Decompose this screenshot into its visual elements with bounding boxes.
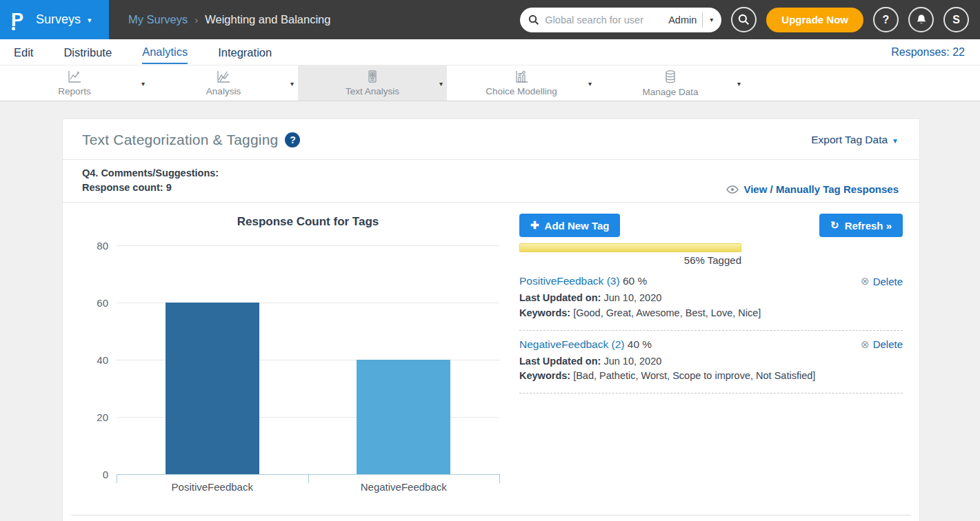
keywords-value: [Good, Great, Awesome, Best, Love, Nice] [573,307,761,318]
bar-chart: Response Count for Tags 020406080Positiv… [77,207,510,500]
survey-nav: Edit Distribute Analytics Integration Re… [0,39,980,65]
y-axis-tick-label: 60 [77,297,108,309]
text-analysis-icon [365,70,380,84]
updated-value: Jun 10, 2020 [603,292,661,303]
breadcrumb: My Surveys › Weighting and Balancing [128,13,330,26]
subnav-label: Text Analysis [346,86,399,96]
updated-label: Last Updated on: [519,292,601,303]
tagged-progress-fill [520,244,741,252]
chevron-down-icon: ▼ [892,137,899,145]
chevron-down-icon[interactable]: ▾ [737,79,741,87]
subnav-label: Reports [58,86,90,96]
text-tagging-card: Text Categorization & Tagging ? Export T… [62,119,920,521]
help-icon[interactable]: ? [285,132,300,147]
tag-row-negativefeedback: NegativeFeedback (2) 40 % Last Updated o… [519,338,903,394]
updated-value: Jun 10, 2020 [603,356,661,367]
upgrade-now-button[interactable]: Upgrade Now [766,8,863,32]
chevron-down-icon[interactable]: ▾ [141,79,145,87]
subnav-item-manage-data[interactable]: Manage Data ▾ [596,65,745,101]
tab-distribute[interactable]: Distribute [63,41,112,63]
refresh-icon: ↻ [830,219,839,232]
brand-logo-icon: P [11,8,29,32]
avatar[interactable]: S [943,7,969,32]
reports-chart-icon [67,70,82,84]
updated-label: Last Updated on: [519,356,601,367]
subnav-label: Manage Data [642,87,698,97]
keywords-label: Keywords: [519,370,570,381]
avatar-initial: S [952,14,960,26]
tag-percent: 40 % [628,338,652,350]
x-axis-label: PositiveFeedback [117,481,308,493]
responses-count[interactable]: Responses: 22 [891,46,965,59]
circle-x-icon: ⊗ [861,338,870,351]
add-new-tag-button[interactable]: ✚ Add New Tag [519,214,620,237]
analysis-chart-icon [216,70,231,84]
product-name: Surveys [36,12,81,27]
chevron-down-icon[interactable]: ▾ [439,79,443,87]
chevron-down-icon[interactable]: ▾ [88,16,92,25]
breadcrumb-current: Weighting and Balancing [205,13,330,26]
bar-positivefeedback[interactable] [166,303,259,474]
analytics-subnav: Reports ▾ Analysis ▾ Text Analysis ▾ Cho… [0,65,980,101]
tagged-percent-label: 56% Tagged [519,254,741,266]
topbar: P Surveys ▾ My Surveys › Weighting and B… [0,0,980,39]
chart-title: Response Count for Tags [117,215,499,229]
tag-name-link[interactable]: PositiveFeedback (3) [519,275,620,287]
export-tag-data-dropdown[interactable]: Export Tag Data ▼ [811,134,899,146]
question-mark-icon: ? [883,14,890,26]
subnav-label: Analysis [206,86,241,96]
question-label: Q4. Comments/Suggestions: [82,166,219,181]
y-axis-tick-label: 0 [77,469,108,480]
y-axis-tick-label: 80 [77,240,108,252]
tagged-progress-bar [519,243,741,252]
search-icon [528,14,539,25]
gridline [117,245,499,246]
view-manually-tag-link[interactable]: View / Manually Tag Responses [726,183,899,195]
chevron-down-icon[interactable]: ▾ [588,79,592,87]
subnav-item-analysis[interactable]: Analysis ▾ [149,65,298,101]
delete-tag-button[interactable]: ⊗ Delete [861,338,903,351]
choice-modelling-icon [514,70,529,84]
tag-row-positivefeedback: PositiveFeedback (3) 60 % Last Updated o… [519,275,903,331]
eye-icon [726,185,739,194]
divider [702,12,703,28]
x-axis-label: NegativeFeedback [308,481,500,493]
search-scope-label[interactable]: Admin [668,14,697,25]
search-button[interactable] [731,7,757,32]
subnav-item-choice-modelling[interactable]: Choice Modelling ▾ [447,65,596,101]
keywords-label: Keywords: [519,307,570,318]
keywords-value: [Bad, Pathetic, Worst, Scope to improve,… [573,370,815,381]
breadcrumb-my-surveys[interactable]: My Surveys [128,13,188,26]
x-axis-tick [117,474,117,483]
response-count: Response count: 9 [82,181,219,195]
product-switcher[interactable]: P Surveys ▾ [0,0,109,39]
tab-analytics[interactable]: Analytics [142,41,188,64]
x-axis-tick [308,474,309,483]
notifications-button[interactable] [908,7,934,32]
y-axis-tick-label: 40 [77,354,108,366]
breadcrumb-separator-icon: › [194,14,198,25]
bar-negativefeedback[interactable] [357,360,450,474]
plus-icon: ✚ [530,219,539,232]
refresh-button[interactable]: ↻ Refresh » [819,214,903,237]
subnav-item-text-analysis[interactable]: Text Analysis ▾ [298,65,447,101]
tab-edit[interactable]: Edit [14,41,33,63]
help-button[interactable]: ? [873,7,899,32]
database-icon [663,70,678,85]
chevron-down-icon[interactable]: ▾ [290,79,294,87]
tag-name-link[interactable]: NegativeFeedback (2) [519,338,625,350]
subnav-item-reports[interactable]: Reports ▾ [0,65,149,101]
global-search-input[interactable] [545,14,663,25]
delete-tag-button[interactable]: ⊗ Delete [861,275,903,287]
bell-icon [916,14,927,25]
global-search[interactable]: Admin ▾ [520,8,721,32]
x-axis-tick [499,474,500,483]
circle-x-icon: ⊗ [861,275,870,287]
tag-percent: 60 % [623,275,647,287]
tag-panel: ✚ Add New Tag ↻ Refresh » 56% Tagged Pos… [519,207,903,500]
subnav-label: Choice Modelling [486,86,557,96]
page-title: Text Categorization & Tagging [82,132,278,148]
tab-integration[interactable]: Integration [218,41,272,63]
y-axis-tick-label: 20 [77,411,108,423]
chevron-down-icon[interactable]: ▾ [708,16,714,23]
